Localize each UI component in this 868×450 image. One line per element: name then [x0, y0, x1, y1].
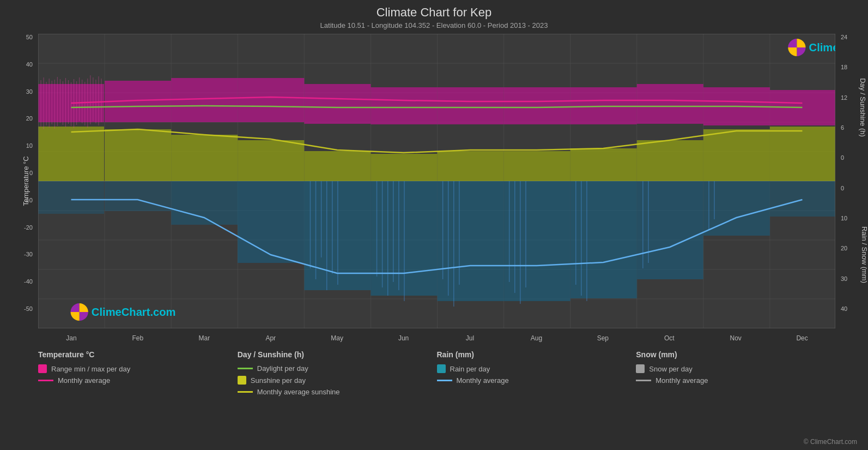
svg-rect-40 — [438, 151, 504, 181]
legend-item-daylight: Daylight per day — [238, 364, 437, 373]
y-right-30: 30 — [838, 275, 847, 282]
svg-rect-37 — [238, 140, 304, 181]
svg-rect-22 — [38, 181, 104, 214]
svg-rect-43 — [637, 140, 703, 181]
x-axis: Jan Feb Mar Apr May Jun Jul Aug Sep Oct … — [38, 334, 835, 342]
main-container: Climate Chart for Kep Latitude 10.51 - L… — [0, 0, 868, 450]
y-right-0a: 0 — [838, 154, 844, 161]
copyright: © ClimeChart.com — [804, 438, 857, 446]
x-label-jul: Jul — [437, 334, 503, 342]
rain-bar-swatch — [437, 364, 446, 373]
svg-rect-28 — [438, 181, 504, 301]
svg-rect-30 — [570, 181, 637, 298]
legend-title-snow: Snow (mm) — [636, 350, 835, 359]
y-right-0b: 0 — [838, 185, 844, 191]
y-left-40: 40 — [26, 61, 35, 68]
legend-label-snow-bar: Snow per day — [649, 365, 693, 373]
legend-label-snow-avg: Monthly average — [655, 376, 708, 385]
chart-svg: ClimeChart.com ClimeChart.com — [38, 34, 835, 328]
legend-label-daylight: Daylight per day — [257, 364, 308, 373]
chart-area: 50 40 30 20 10 0 -10 -20 -30 -40 -50 24 … — [38, 34, 835, 328]
x-label-dec: Dec — [769, 334, 835, 342]
legend-title-sunshine: Day / Sunshine (h) — [238, 350, 437, 359]
legend-item-snow-avg: Monthly average — [636, 376, 835, 385]
x-label-may: May — [304, 334, 371, 342]
x-label-mar: Mar — [171, 334, 238, 342]
legend-item-sunshine-avg: Monthly average sunshine — [238, 388, 437, 396]
legend-label-sunshine-avg: Monthly average sunshine — [257, 388, 340, 396]
svg-rect-49 — [238, 78, 304, 122]
rain-avg-swatch — [437, 380, 452, 381]
legend-col-sunshine: Day / Sunshine (h) Daylight per day Suns… — [238, 350, 437, 396]
x-label-nov: Nov — [702, 334, 769, 342]
y-left-0: 0 — [29, 170, 35, 176]
svg-rect-33 — [770, 181, 835, 217]
y-axis-title-right2: Rain / Snow (mm) — [860, 226, 868, 283]
legend-col-snow: Snow (mm) Snow per day Monthly average — [636, 350, 835, 396]
legend-label-temp-range: Range min / max per day — [51, 365, 130, 373]
legend-col-rain: Rain (mm) Rain per day Monthly average — [437, 350, 636, 396]
y-left-neg50: -50 — [24, 305, 35, 312]
svg-rect-53 — [504, 87, 570, 124]
svg-rect-25 — [238, 181, 304, 263]
svg-rect-34 — [38, 127, 104, 181]
x-label-oct: Oct — [636, 334, 702, 342]
x-label-feb: Feb — [105, 334, 171, 342]
y-right-24: 24 — [838, 34, 847, 40]
temp-range-swatch — [38, 364, 47, 373]
svg-rect-52 — [438, 87, 504, 124]
x-label-jan: Jan — [38, 334, 105, 342]
legend-label-sunshine-bar: Sunshine per day — [251, 376, 306, 385]
y-right-12: 12 — [838, 94, 847, 101]
y-left-neg30: -30 — [24, 251, 35, 257]
x-label-aug: Aug — [503, 334, 569, 342]
svg-rect-31 — [637, 181, 703, 279]
daylight-swatch — [238, 368, 253, 369]
legend-item-rain-bar: Rain per day — [437, 364, 636, 373]
legend-item-sunshine-bar: Sunshine per day — [238, 376, 437, 385]
legend-label-rain-bar: Rain per day — [450, 365, 490, 373]
y-right-10: 10 — [838, 215, 847, 221]
y-left-50: 50 — [26, 34, 35, 40]
temp-avg-swatch — [38, 380, 53, 381]
svg-text:ClimeChart.com: ClimeChart.com — [809, 41, 835, 53]
svg-rect-45 — [770, 127, 835, 181]
svg-rect-42 — [570, 148, 637, 181]
y-right-6: 6 — [838, 124, 844, 131]
svg-rect-38 — [304, 151, 371, 181]
svg-rect-55 — [637, 84, 703, 124]
svg-rect-29 — [504, 181, 570, 301]
svg-rect-48 — [171, 78, 238, 122]
svg-rect-41 — [504, 151, 570, 181]
legend-item-snow-bar: Snow per day — [636, 364, 835, 373]
svg-text:ClimeChart.com: ClimeChart.com — [92, 306, 176, 318]
legend-item-rain-avg: Monthly average — [437, 376, 636, 385]
snow-bar-swatch — [636, 364, 645, 373]
x-label-sep: Sep — [569, 334, 636, 342]
legend-title-temperature: Temperature °C — [38, 350, 238, 359]
y-left-30: 30 — [26, 88, 35, 95]
legend-item-temp-range: Range min / max per day — [38, 364, 238, 373]
y-left-20: 20 — [26, 115, 35, 122]
legend-col-temperature: Temperature °C Range min / max per day M… — [38, 350, 238, 396]
y-axis-title-left: Temperature °C — [22, 156, 30, 206]
legend-title-rain: Rain (mm) — [437, 350, 636, 359]
chart-title: Climate Chart for Kep — [0, 0, 868, 20]
svg-rect-36 — [171, 135, 238, 181]
y-axis-title-right1: Day / Sunshine (h) — [859, 78, 867, 137]
legend-item-temp-avg: Monthly average — [38, 376, 238, 385]
y-right-18: 18 — [838, 64, 847, 70]
svg-rect-39 — [371, 154, 437, 181]
y-left-10: 10 — [26, 142, 35, 149]
y-axis-left: 50 40 30 20 10 0 -10 -20 -30 -40 -50 — [3, 34, 35, 312]
snow-avg-swatch — [636, 380, 651, 381]
svg-rect-50 — [304, 84, 371, 124]
legend-label-temp-avg: Monthly average — [58, 376, 110, 385]
svg-rect-51 — [371, 87, 437, 124]
y-right-20: 20 — [838, 245, 847, 251]
legend-area: Temperature °C Range min / max per day M… — [38, 350, 835, 396]
x-label-apr: Apr — [238, 334, 304, 342]
y-right-40: 40 — [838, 305, 847, 312]
sunshine-avg-swatch — [238, 391, 253, 393]
svg-rect-44 — [703, 129, 770, 181]
